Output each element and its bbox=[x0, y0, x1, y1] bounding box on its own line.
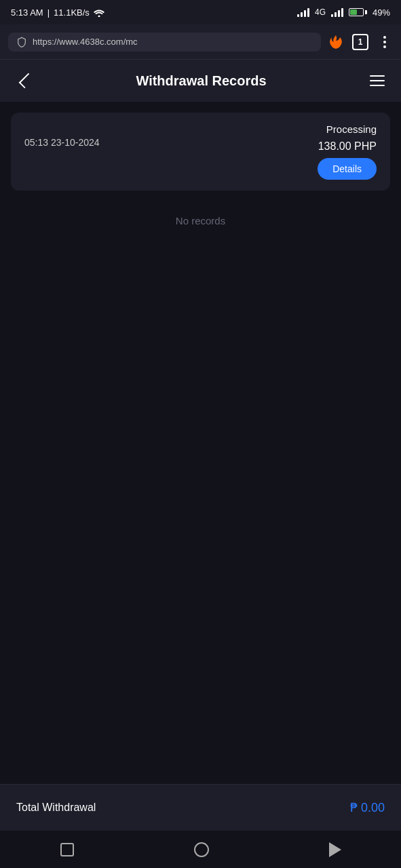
menu-line-3 bbox=[370, 85, 385, 86]
battery-percent: 49% bbox=[373, 7, 390, 18]
back-button[interactable] bbox=[14, 70, 35, 92]
lte-signal-icon bbox=[331, 7, 343, 17]
status-right: 4G 49% bbox=[297, 7, 390, 18]
tab-count: 1 bbox=[358, 37, 363, 47]
record-amount: 138.00 PHP bbox=[318, 140, 377, 153]
nav-home-icon[interactable] bbox=[194, 842, 209, 857]
status-left: 5:13 AM | 11.1KB/s bbox=[11, 7, 104, 18]
record-right: Processing 138.00 PHP Details bbox=[318, 123, 377, 180]
record-left: 05:13 23-10-2024 bbox=[24, 123, 100, 148]
shield-icon bbox=[16, 37, 27, 47]
record-status: Processing bbox=[326, 123, 377, 135]
menu-line-1 bbox=[370, 75, 385, 77]
nav-back-icon[interactable] bbox=[329, 842, 341, 857]
status-separator: | bbox=[47, 7, 50, 18]
svg-point-1 bbox=[383, 41, 386, 43]
status-time: 5:13 AM bbox=[11, 7, 43, 18]
total-value: ₱ 0.00 bbox=[350, 800, 385, 815]
url-text: https://www.4638c.com/mc bbox=[33, 37, 138, 47]
svg-point-0 bbox=[383, 36, 386, 39]
network-type: 4G bbox=[315, 7, 326, 17]
wifi-icon bbox=[94, 7, 104, 17]
app-header: Withdrawal Records bbox=[0, 60, 401, 102]
total-label: Total Withdrawal bbox=[16, 802, 96, 814]
tab-count-box[interactable]: 1 bbox=[352, 34, 368, 50]
main-content: 05:13 23-10-2024 Processing 138.00 PHP D… bbox=[0, 102, 401, 784]
status-bar: 5:13 AM | 11.1KB/s 4G bbox=[0, 0, 401, 24]
browser-actions: 1 bbox=[328, 34, 393, 50]
flame-icon[interactable] bbox=[328, 34, 344, 50]
url-bar[interactable]: https://www.4638c.com/mc bbox=[8, 33, 321, 52]
menu-line-2 bbox=[370, 80, 385, 81]
no-records-text: No records bbox=[11, 201, 390, 240]
status-speed: 11.1KB/s bbox=[54, 7, 90, 18]
details-button[interactable]: Details bbox=[318, 158, 377, 180]
signal-icon bbox=[297, 7, 309, 17]
page-title: Withdrawal Records bbox=[136, 73, 266, 89]
svg-point-2 bbox=[383, 45, 386, 48]
back-chevron-icon bbox=[19, 73, 35, 89]
menu-button[interactable] bbox=[367, 73, 387, 89]
nav-recent-apps-icon[interactable] bbox=[60, 843, 74, 856]
browser-bar: https://www.4638c.com/mc 1 bbox=[0, 24, 401, 60]
record-datetime: 05:13 23-10-2024 bbox=[24, 137, 100, 148]
record-card: 05:13 23-10-2024 Processing 138.00 PHP D… bbox=[11, 113, 390, 191]
android-nav-bar bbox=[0, 830, 401, 868]
total-bar: Total Withdrawal ₱ 0.00 bbox=[0, 784, 401, 830]
battery-icon bbox=[349, 8, 367, 16]
more-options-icon[interactable] bbox=[377, 34, 393, 50]
